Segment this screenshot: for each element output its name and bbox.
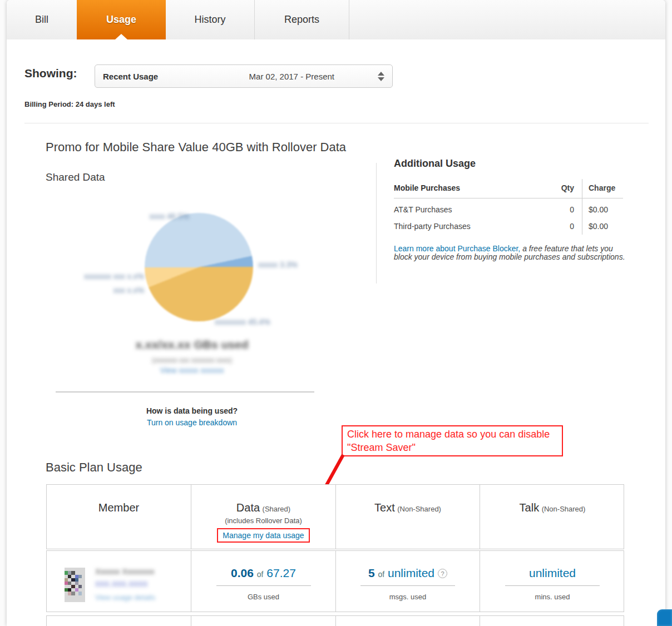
pie-label-blurred-bottom: xxxxxxxx 45.4%: [215, 317, 270, 326]
tab-history-label: History: [194, 14, 225, 26]
selected-period-range: Mar 02, 2017 - Present: [249, 72, 334, 81]
talk-header-label: Talk: [520, 501, 540, 514]
tab-history[interactable]: History: [166, 0, 255, 39]
usage-period-select[interactable]: Recent Usage Mar 02, 2017 - Present: [95, 64, 393, 88]
text-total-value: unlimited: [388, 567, 434, 579]
talk-header-sub: (Non-Shared): [542, 505, 586, 513]
billing-period-text: Billing Period: 24 days left: [24, 100, 115, 108]
pie-label-blurred-top: xxxx 46.5%: [118, 212, 189, 221]
talk-total-value: unlimited: [480, 567, 625, 580]
chart-divider: [56, 391, 314, 393]
select-updown-icon: [378, 72, 384, 81]
qty-charge-divider: [582, 179, 582, 235]
charge-header: Charge: [589, 183, 615, 192]
tab-usage[interactable]: Usage: [77, 0, 166, 39]
talk-unit-label: mins. used: [480, 593, 625, 601]
data-total-blurred: x.xx/xx.xx GBs used: [89, 338, 295, 351]
table-header-divider: [394, 198, 623, 198]
content-card: Bill Usage History Reports Showing: Rece…: [7, 0, 665, 626]
manage-my-data-usage-link[interactable]: Manage my data usage: [223, 531, 304, 540]
data-column-header: Data (Shared) (includes Rollover Data) M…: [191, 485, 336, 549]
table-row-item: AT&T Purchases: [394, 205, 452, 214]
turn-on-breakdown-link[interactable]: Turn on usage breakdown: [147, 418, 237, 427]
talk-usage-cell: unlimited mins. used: [480, 551, 625, 612]
value-divider: [505, 585, 600, 586]
table-row-charge: $0.00: [589, 222, 608, 231]
mobile-purchases-header: Mobile Purchases: [394, 183, 460, 192]
shared-data-pie-chart: [145, 213, 253, 321]
tab-reports-label: Reports: [284, 14, 319, 26]
purchase-blocker-paragraph: Learn more about Purchase Blocker, a fre…: [394, 245, 626, 261]
manage-data-highlight-box: Manage my data usage: [217, 528, 309, 543]
talk-column-header: Talk (Non-Shared): [480, 485, 625, 549]
text-of-label: of: [378, 570, 384, 579]
pie-label-blurred-right: xxxxx 3.3%: [258, 260, 298, 269]
data-usage-cell: 0.06 of 67.27 GBs used: [191, 551, 336, 612]
additional-usage-title: Additional Usage: [394, 158, 476, 170]
active-tab-caret-icon: [115, 34, 127, 39]
table-row-qty: 0: [541, 222, 574, 231]
shared-data-title: Shared Data: [46, 171, 105, 183]
member-avatar-blurred: [65, 567, 85, 603]
text-header-sub: (Non-Shared): [397, 505, 441, 513]
text-usage-cell: 5 of unlimited msgs. used: [336, 551, 480, 612]
tab-bill[interactable]: Bill: [7, 0, 77, 39]
chat-widget-button[interactable]: [657, 609, 672, 626]
member-name-blurred: Xxxxxx Xxxxxxxx: [95, 567, 155, 576]
tab-usage-label: Usage: [106, 14, 136, 26]
talk-usage-cell: [480, 616, 625, 626]
table-row-qty: 0: [541, 205, 574, 214]
purchase-blocker-link[interactable]: Learn more about Purchase Blocker,: [394, 244, 520, 253]
plan-table-member-row: Xxxxxx Xxxxxxxx xxx.xxx.xxxx View usage …: [46, 550, 624, 612]
data-subtext-blurred: (xxxxxxx xxx xxxxxxx xxxx): [89, 356, 295, 364]
data-of-label: of: [257, 570, 264, 579]
plan-table-next-row-partial: [46, 615, 624, 626]
column-divider: [376, 163, 377, 284]
att-usage-page: Bill Usage History Reports Showing: Rece…: [0, 0, 672, 626]
data-usage-cell: [191, 616, 336, 626]
view-details-link-blurred[interactable]: View xxxxx xxxxxx: [89, 366, 295, 375]
table-row-charge: $0.00: [589, 205, 608, 214]
basic-plan-usage-title: Basic Plan Usage: [46, 460, 142, 475]
tab-bill-label: Bill: [35, 14, 48, 26]
member-phone-blurred[interactable]: xxx.xxx.xxxx: [95, 578, 155, 589]
text-column-header: Text (Non-Shared): [336, 485, 480, 549]
selected-period-name: Recent Usage: [103, 72, 158, 81]
help-icon[interactable]: [438, 569, 447, 578]
qty-header: Qty: [541, 183, 574, 192]
member-cell: Xxxxxx Xxxxxxxx xxx.xxx.xxxx View usage …: [47, 551, 191, 612]
member-column-header: Member: [47, 485, 191, 549]
text-unit-label: msgs. used: [336, 593, 480, 601]
tab-reports[interactable]: Reports: [255, 0, 349, 39]
data-header-sub2: (includes Rollover Data): [225, 516, 302, 525]
member-cell: [47, 616, 191, 626]
value-divider: [360, 585, 455, 586]
showing-label: Showing:: [24, 67, 77, 80]
data-header-sub: (Shared): [263, 505, 291, 513]
text-header-label: Text: [374, 501, 395, 514]
member-header-label: Member: [98, 501, 139, 514]
plan-table-header-row: Member Data (Shared) (includes Rollover …: [46, 484, 624, 549]
plan-title: Promo for Mobile Share Value 40GB with R…: [46, 140, 346, 155]
pie-label-blurred-left-1: xxxxxxx xxx x.x%: [60, 272, 144, 281]
table-row-item: Third-party Purchases: [394, 222, 471, 231]
data-unit-label: GBs used: [191, 593, 335, 601]
member-view-usage-link-blurred[interactable]: View usage details: [95, 593, 155, 602]
text-used-value: 5: [368, 567, 375, 579]
pie-label-blurred-left-2: xxx x.x%: [60, 286, 144, 295]
tab-bar: Bill Usage History Reports: [7, 0, 665, 39]
how-data-used-question: How is data being used?: [89, 406, 295, 415]
annotation-callout: Click here to manage data so you can dis…: [342, 425, 563, 456]
value-divider: [216, 585, 311, 586]
section-divider: [24, 123, 649, 123]
data-total-value: 67.27: [266, 567, 296, 579]
data-used-value: 0.06: [231, 567, 254, 579]
data-header-label: Data: [236, 501, 260, 514]
text-usage-cell: [336, 616, 480, 626]
